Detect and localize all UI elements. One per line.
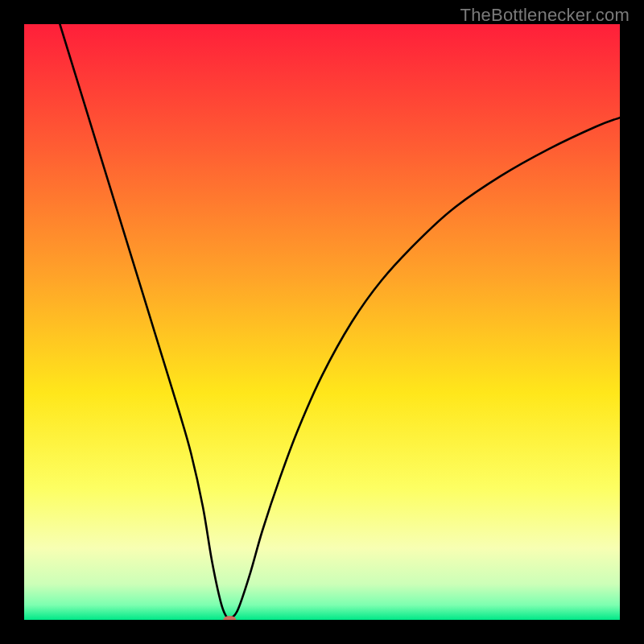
bottleneck-chart [24,24,620,620]
chart-frame: TheBottlenecker.com [0,0,644,644]
plot-area [24,24,620,620]
attribution-text: TheBottlenecker.com [460,5,630,26]
gradient-background [24,24,620,620]
